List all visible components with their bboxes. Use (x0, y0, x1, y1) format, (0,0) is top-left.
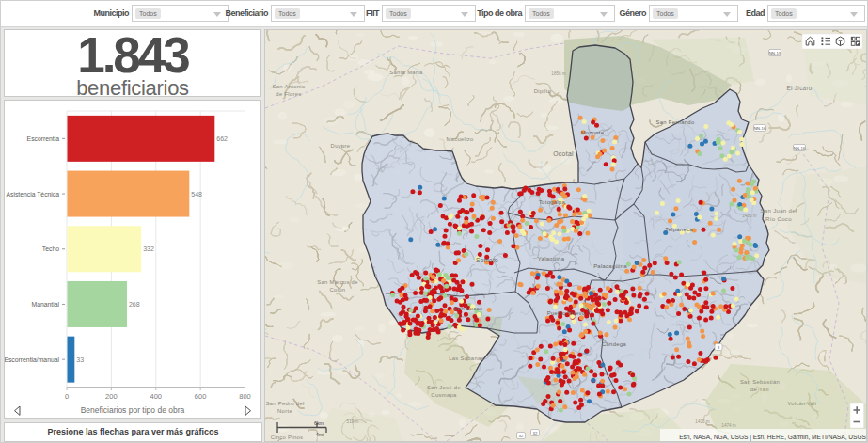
svg-text:Telpaneca: Telpaneca (665, 227, 693, 232)
svg-text:Pueblo Nuevo: Pueblo Nuevo (547, 310, 586, 316)
svg-text:6km: 6km (314, 420, 324, 426)
svg-text:32: 32 (533, 431, 538, 435)
svg-text:548: 548 (191, 191, 202, 198)
svg-text:Asistencia Técnica: Asistencia Técnica (6, 191, 59, 198)
svg-text:Somoto: Somoto (476, 257, 498, 263)
svg-text:Las Sabanas: Las Sabanas (449, 356, 484, 361)
svg-text:Cinco Pinos: Cinco Pinos (271, 435, 304, 440)
svg-text:Macuelizo: Macuelizo (446, 136, 474, 142)
svg-text:Techo: Techo (42, 245, 59, 252)
svg-text:519 m: 519 m (347, 419, 359, 424)
svg-text:San Lucas: San Lucas (454, 306, 483, 311)
svg-text:de Yalí: de Yalí (750, 387, 769, 392)
svg-text:Dipilto: Dipilto (534, 88, 552, 94)
svg-text:32: 32 (519, 434, 524, 438)
svg-text:200: 200 (105, 392, 118, 401)
svg-text:Santa María: Santa María (389, 70, 423, 75)
svg-text:Manantial: Manantial (32, 301, 60, 308)
svg-text:San Pedro del: San Pedro del (265, 401, 304, 406)
svg-text:Palacagüina: Palacagüina (593, 263, 627, 269)
svg-text:San Fernando: San Fernando (656, 119, 695, 125)
svg-text:NN-16: NN-16 (794, 146, 806, 150)
svg-text:de Flores: de Flores (276, 91, 301, 97)
svg-text:San Antonio: San Antonio (272, 84, 305, 89)
svg-text:Cusmapa: Cusmapa (431, 392, 457, 398)
svg-text:El Jícaro: El Jícaro (786, 85, 812, 91)
svg-text:NN-16: NN-16 (754, 126, 766, 131)
svg-text:San Marcos de: San Marcos de (317, 279, 358, 285)
svg-text:800: 800 (239, 392, 251, 401)
svg-text:Norte: Norte (277, 408, 292, 414)
svg-text:Colón: Colón (330, 287, 346, 293)
svg-text:600: 600 (195, 392, 207, 401)
svg-text:NN-19: NN-19 (769, 51, 781, 55)
svg-text:San Juan del: San Juan del (760, 207, 797, 214)
svg-text:662: 662 (216, 135, 228, 142)
svg-text:0: 0 (65, 392, 69, 401)
svg-text:Volcán Yalí: Volcán Yalí (788, 401, 817, 406)
svg-text:1474 m: 1474 m (721, 423, 735, 428)
svg-text:Río Coco: Río Coco (765, 215, 792, 222)
svg-text:1433 m: 1433 m (695, 419, 709, 424)
svg-text:332: 332 (143, 245, 154, 252)
svg-text:Yalagüina: Yalagüina (538, 256, 565, 261)
svg-text:Beneficiarios por tipo de obra: Beneficiarios por tipo de obra (81, 405, 185, 415)
svg-text:Totogalpa: Totogalpa (539, 199, 566, 205)
svg-text:Ocotal: Ocotal (553, 150, 574, 157)
svg-text:268: 268 (129, 301, 140, 308)
svg-text:Condega: Condega (602, 341, 626, 347)
svg-text:Esri, NASA, NGA, USGS | Esri,: Esri, NASA, NGA, USGS | Esri, HERE, Garm… (679, 434, 866, 441)
svg-text:Escorrentia: Escorrentia (27, 135, 60, 142)
svg-text:33: 33 (76, 356, 84, 363)
svg-text:Escorrentia/manual: Escorrentia/manual (5, 356, 59, 363)
svg-text:Mozonte: Mozonte (581, 130, 605, 135)
svg-text:San Sebastián: San Sebastián (740, 379, 780, 385)
svg-text:4mi: 4mi (316, 432, 324, 437)
svg-text:400: 400 (150, 392, 162, 401)
svg-text:San José de: San José de (427, 385, 461, 390)
svg-text:Duyure: Duyure (331, 143, 351, 149)
svg-text:1856 m: 1856 m (551, 71, 565, 76)
svg-text:1485 m: 1485 m (742, 214, 756, 218)
